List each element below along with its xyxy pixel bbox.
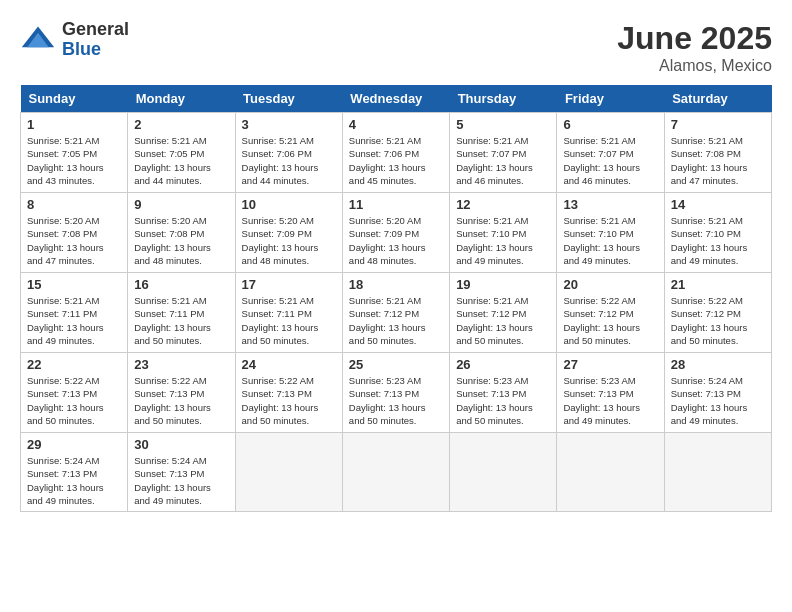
header-saturday: Saturday xyxy=(664,85,771,113)
header-row: SundayMondayTuesdayWednesdayThursdayFrid… xyxy=(21,85,772,113)
day-info: Sunrise: 5:22 AM Sunset: 7:12 PM Dayligh… xyxy=(563,294,657,347)
logo-general: General xyxy=(62,20,129,40)
day-info: Sunrise: 5:21 AM Sunset: 7:10 PM Dayligh… xyxy=(563,214,657,267)
day-number: 20 xyxy=(563,277,657,292)
calendar-cell xyxy=(450,433,557,512)
day-number: 12 xyxy=(456,197,550,212)
calendar-cell: 11 Sunrise: 5:20 AM Sunset: 7:09 PM Dayl… xyxy=(342,193,449,273)
day-info: Sunrise: 5:21 AM Sunset: 7:10 PM Dayligh… xyxy=(456,214,550,267)
calendar-cell: 27 Sunrise: 5:23 AM Sunset: 7:13 PM Dayl… xyxy=(557,353,664,433)
header-thursday: Thursday xyxy=(450,85,557,113)
day-number: 30 xyxy=(134,437,228,452)
day-number: 10 xyxy=(242,197,336,212)
day-info: Sunrise: 5:21 AM Sunset: 7:05 PM Dayligh… xyxy=(134,134,228,187)
day-number: 25 xyxy=(349,357,443,372)
day-number: 8 xyxy=(27,197,121,212)
calendar-cell: 25 Sunrise: 5:23 AM Sunset: 7:13 PM Dayl… xyxy=(342,353,449,433)
day-info: Sunrise: 5:20 AM Sunset: 7:08 PM Dayligh… xyxy=(134,214,228,267)
calendar-cell: 15 Sunrise: 5:21 AM Sunset: 7:11 PM Dayl… xyxy=(21,273,128,353)
day-number: 14 xyxy=(671,197,765,212)
header-friday: Friday xyxy=(557,85,664,113)
calendar-cell xyxy=(235,433,342,512)
calendar-table: SundayMondayTuesdayWednesdayThursdayFrid… xyxy=(20,85,772,512)
calendar-cell: 16 Sunrise: 5:21 AM Sunset: 7:11 PM Dayl… xyxy=(128,273,235,353)
calendar-cell xyxy=(557,433,664,512)
title-block: June 2025 Alamos, Mexico xyxy=(617,20,772,75)
header-sunday: Sunday xyxy=(21,85,128,113)
day-info: Sunrise: 5:21 AM Sunset: 7:12 PM Dayligh… xyxy=(456,294,550,347)
calendar-cell: 19 Sunrise: 5:21 AM Sunset: 7:12 PM Dayl… xyxy=(450,273,557,353)
logo: General Blue xyxy=(20,20,129,60)
day-number: 18 xyxy=(349,277,443,292)
day-number: 2 xyxy=(134,117,228,132)
day-info: Sunrise: 5:24 AM Sunset: 7:13 PM Dayligh… xyxy=(27,454,121,507)
calendar-cell: 4 Sunrise: 5:21 AM Sunset: 7:06 PM Dayli… xyxy=(342,113,449,193)
day-info: Sunrise: 5:22 AM Sunset: 7:13 PM Dayligh… xyxy=(27,374,121,427)
calendar-cell: 26 Sunrise: 5:23 AM Sunset: 7:13 PM Dayl… xyxy=(450,353,557,433)
day-number: 19 xyxy=(456,277,550,292)
calendar-cell: 1 Sunrise: 5:21 AM Sunset: 7:05 PM Dayli… xyxy=(21,113,128,193)
month-title: June 2025 xyxy=(617,20,772,57)
calendar-cell: 17 Sunrise: 5:21 AM Sunset: 7:11 PM Dayl… xyxy=(235,273,342,353)
header-tuesday: Tuesday xyxy=(235,85,342,113)
day-info: Sunrise: 5:22 AM Sunset: 7:12 PM Dayligh… xyxy=(671,294,765,347)
calendar-cell: 7 Sunrise: 5:21 AM Sunset: 7:08 PM Dayli… xyxy=(664,113,771,193)
day-info: Sunrise: 5:21 AM Sunset: 7:12 PM Dayligh… xyxy=(349,294,443,347)
day-info: Sunrise: 5:22 AM Sunset: 7:13 PM Dayligh… xyxy=(242,374,336,427)
header-wednesday: Wednesday xyxy=(342,85,449,113)
calendar-cell: 20 Sunrise: 5:22 AM Sunset: 7:12 PM Dayl… xyxy=(557,273,664,353)
logo-icon xyxy=(20,22,56,58)
day-info: Sunrise: 5:21 AM Sunset: 7:06 PM Dayligh… xyxy=(349,134,443,187)
day-number: 23 xyxy=(134,357,228,372)
calendar-cell: 8 Sunrise: 5:20 AM Sunset: 7:08 PM Dayli… xyxy=(21,193,128,273)
calendar-week-4: 29 Sunrise: 5:24 AM Sunset: 7:13 PM Dayl… xyxy=(21,433,772,512)
day-number: 21 xyxy=(671,277,765,292)
calendar-cell: 3 Sunrise: 5:21 AM Sunset: 7:06 PM Dayli… xyxy=(235,113,342,193)
day-info: Sunrise: 5:21 AM Sunset: 7:05 PM Dayligh… xyxy=(27,134,121,187)
day-number: 28 xyxy=(671,357,765,372)
calendar-cell: 18 Sunrise: 5:21 AM Sunset: 7:12 PM Dayl… xyxy=(342,273,449,353)
calendar-week-2: 15 Sunrise: 5:21 AM Sunset: 7:11 PM Dayl… xyxy=(21,273,772,353)
calendar-week-3: 22 Sunrise: 5:22 AM Sunset: 7:13 PM Dayl… xyxy=(21,353,772,433)
day-info: Sunrise: 5:20 AM Sunset: 7:09 PM Dayligh… xyxy=(349,214,443,267)
logo-text: General Blue xyxy=(62,20,129,60)
calendar-cell: 10 Sunrise: 5:20 AM Sunset: 7:09 PM Dayl… xyxy=(235,193,342,273)
day-info: Sunrise: 5:21 AM Sunset: 7:11 PM Dayligh… xyxy=(242,294,336,347)
day-number: 24 xyxy=(242,357,336,372)
day-number: 11 xyxy=(349,197,443,212)
logo-blue: Blue xyxy=(62,40,129,60)
day-number: 15 xyxy=(27,277,121,292)
calendar-cell: 5 Sunrise: 5:21 AM Sunset: 7:07 PM Dayli… xyxy=(450,113,557,193)
day-info: Sunrise: 5:24 AM Sunset: 7:13 PM Dayligh… xyxy=(671,374,765,427)
calendar-cell xyxy=(664,433,771,512)
day-info: Sunrise: 5:21 AM Sunset: 7:10 PM Dayligh… xyxy=(671,214,765,267)
header-monday: Monday xyxy=(128,85,235,113)
calendar-cell: 29 Sunrise: 5:24 AM Sunset: 7:13 PM Dayl… xyxy=(21,433,128,512)
calendar-cell: 6 Sunrise: 5:21 AM Sunset: 7:07 PM Dayli… xyxy=(557,113,664,193)
calendar-week-0: 1 Sunrise: 5:21 AM Sunset: 7:05 PM Dayli… xyxy=(21,113,772,193)
day-info: Sunrise: 5:21 AM Sunset: 7:11 PM Dayligh… xyxy=(134,294,228,347)
calendar-cell: 22 Sunrise: 5:22 AM Sunset: 7:13 PM Dayl… xyxy=(21,353,128,433)
day-number: 7 xyxy=(671,117,765,132)
day-number: 26 xyxy=(456,357,550,372)
day-info: Sunrise: 5:21 AM Sunset: 7:11 PM Dayligh… xyxy=(27,294,121,347)
calendar-cell: 13 Sunrise: 5:21 AM Sunset: 7:10 PM Dayl… xyxy=(557,193,664,273)
day-info: Sunrise: 5:23 AM Sunset: 7:13 PM Dayligh… xyxy=(563,374,657,427)
day-number: 27 xyxy=(563,357,657,372)
day-number: 17 xyxy=(242,277,336,292)
day-number: 4 xyxy=(349,117,443,132)
day-info: Sunrise: 5:20 AM Sunset: 7:09 PM Dayligh… xyxy=(242,214,336,267)
day-number: 29 xyxy=(27,437,121,452)
calendar-cell: 21 Sunrise: 5:22 AM Sunset: 7:12 PM Dayl… xyxy=(664,273,771,353)
day-info: Sunrise: 5:21 AM Sunset: 7:08 PM Dayligh… xyxy=(671,134,765,187)
day-info: Sunrise: 5:20 AM Sunset: 7:08 PM Dayligh… xyxy=(27,214,121,267)
calendar-cell: 2 Sunrise: 5:21 AM Sunset: 7:05 PM Dayli… xyxy=(128,113,235,193)
calendar-cell: 14 Sunrise: 5:21 AM Sunset: 7:10 PM Dayl… xyxy=(664,193,771,273)
day-number: 3 xyxy=(242,117,336,132)
day-info: Sunrise: 5:24 AM Sunset: 7:13 PM Dayligh… xyxy=(134,454,228,507)
day-info: Sunrise: 5:23 AM Sunset: 7:13 PM Dayligh… xyxy=(456,374,550,427)
calendar-cell: 9 Sunrise: 5:20 AM Sunset: 7:08 PM Dayli… xyxy=(128,193,235,273)
page-header: General Blue June 2025 Alamos, Mexico xyxy=(20,20,772,75)
day-number: 6 xyxy=(563,117,657,132)
day-info: Sunrise: 5:22 AM Sunset: 7:13 PM Dayligh… xyxy=(134,374,228,427)
